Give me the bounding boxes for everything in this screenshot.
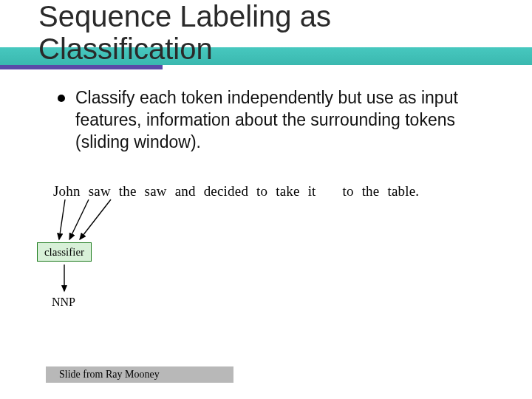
title-underline	[0, 65, 163, 69]
token-10: the	[362, 183, 380, 199]
token-6: to	[256, 183, 267, 199]
example-sentence: John saw the saw and decided to take it …	[53, 183, 419, 200]
classifier-label: classifier	[44, 246, 84, 259]
title-line-2: Classification	[38, 33, 213, 65]
bullet-text: Classify each token independently but us…	[75, 87, 502, 154]
token-7: take	[276, 183, 299, 199]
title-line-1: Sequence Labeling as	[38, 0, 331, 33]
token-4: and	[175, 183, 196, 199]
token-9: to	[343, 183, 354, 199]
output-tag: NNP	[52, 296, 75, 309]
token-1: saw	[89, 183, 111, 199]
classifier-diagram: classifier NNP	[37, 198, 170, 324]
attribution-footer: Slide from Ray Mooney	[46, 366, 233, 383]
body-area: Classify each token independently but us…	[0, 65, 532, 154]
bullet-item: Classify each token independently but us…	[58, 87, 502, 154]
token-8: it	[308, 183, 316, 199]
token-5: decided	[204, 183, 248, 199]
token-2: the	[119, 183, 137, 199]
svg-line-1	[69, 200, 89, 239]
token-11: table.	[387, 183, 419, 199]
svg-line-2	[80, 200, 111, 239]
token-3: saw	[145, 183, 167, 199]
svg-line-0	[59, 200, 65, 239]
footer-text: Slide from Ray Mooney	[59, 369, 160, 381]
slide-title: Sequence Labeling as Classification	[38, 0, 532, 65]
bullet-dot-icon	[58, 95, 65, 102]
classifier-box: classifier	[37, 242, 92, 262]
title-area: Sequence Labeling as Classification	[0, 0, 532, 65]
token-0: John	[53, 183, 81, 199]
